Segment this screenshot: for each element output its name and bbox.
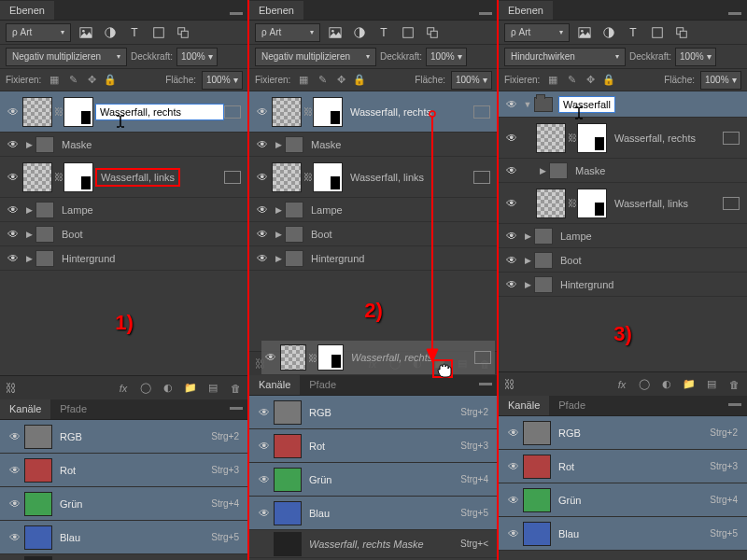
- panel-menu-icon[interactable]: [728, 12, 741, 15]
- visibility-icon[interactable]: 👁: [6, 531, 24, 544]
- mask-thumb[interactable]: [63, 97, 93, 127]
- channel-wasserfall-maske[interactable]: Wasserfall MaskeStrg+<: [0, 554, 248, 560]
- expand-icon[interactable]: ▶: [22, 230, 35, 239]
- filter-smart-icon[interactable]: [423, 23, 442, 42]
- layer-lampe[interactable]: 👁 ▶ Lampe: [0, 198, 248, 222]
- visibility-icon[interactable]: 👁: [255, 507, 274, 520]
- visibility-icon[interactable]: 👁: [502, 278, 521, 291]
- blend-mode-select[interactable]: Negativ multiplizieren▾: [255, 48, 376, 66]
- tab-paths[interactable]: Pfade: [50, 399, 96, 419]
- layer-name[interactable]: Hintergrund: [305, 253, 494, 264]
- expand-icon[interactable]: ▶: [272, 230, 285, 239]
- link-layers-icon[interactable]: ⛓: [504, 378, 515, 391]
- visibility-icon[interactable]: 👁: [255, 473, 274, 486]
- layer-name[interactable]: Maske: [305, 139, 494, 150]
- layer-boot[interactable]: 👁 ▶ Boot: [249, 222, 498, 246]
- layer-lampe[interactable]: 👁 ▶ Lampe: [499, 224, 747, 248]
- layer-name[interactable]: Wasserfall, rechts: [345, 106, 473, 118]
- dock-icon[interactable]: [723, 197, 740, 210]
- panel-menu-icon[interactable]: [230, 12, 243, 15]
- dock-icon[interactable]: [723, 132, 740, 145]
- filter-text-icon[interactable]: T: [624, 23, 642, 42]
- panel-menu-icon[interactable]: [230, 407, 243, 410]
- layer-thumb[interactable]: [536, 189, 566, 218]
- visibility-icon[interactable]: 👁: [502, 197, 521, 210]
- tab-layers[interactable]: Ebenen: [499, 1, 553, 20]
- tab-channels[interactable]: Kanäle: [249, 375, 300, 395]
- trash-icon[interactable]: 🗑: [228, 381, 243, 396]
- channel-gruen[interactable]: 👁GrünStrg+4: [249, 463, 498, 497]
- visibility-icon[interactable]: 👁: [253, 105, 272, 119]
- trash-icon[interactable]: 🗑: [726, 377, 741, 392]
- layer-boot[interactable]: 👁 ▶ Boot: [0, 222, 248, 246]
- visibility-icon[interactable]: 👁: [504, 494, 523, 507]
- opacity-value[interactable]: 100%▾: [675, 48, 716, 66]
- tab-channels[interactable]: Kanäle: [0, 399, 50, 419]
- filter-image-icon[interactable]: [575, 23, 594, 42]
- layer-maske[interactable]: 👁 ▶ Maske: [249, 133, 498, 157]
- visibility-icon[interactable]: 👁: [4, 228, 22, 241]
- dock-icon[interactable]: [224, 105, 241, 119]
- tab-channels[interactable]: Kanäle: [499, 396, 549, 415]
- channel-blau[interactable]: 👁BlauStrg+5: [0, 521, 248, 554]
- filter-type-select[interactable]: ρ Art▾: [255, 23, 320, 42]
- expand-icon[interactable]: ▶: [22, 254, 35, 263]
- layer-name[interactable]: Maske: [570, 165, 743, 176]
- layer-name[interactable]: Boot: [56, 229, 245, 240]
- layer-group-wasserfall[interactable]: 👁 ▼ Wasserfall: [499, 91, 747, 118]
- filter-image-icon[interactable]: [326, 23, 345, 42]
- layer-wasserfall-links[interactable]: 👁 ⛓ Wasserfall, links: [499, 183, 747, 224]
- visibility-icon[interactable]: 👁: [253, 171, 272, 184]
- channel-gruen[interactable]: 👁GrünStrg+4: [499, 483, 747, 517]
- layer-wasserfall-rechts[interactable]: 👁 ⛓ Wasserfall, rechts: [499, 118, 747, 159]
- filter-type-select[interactable]: ρ Art▾: [6, 23, 71, 42]
- layer-wasserfall-links[interactable]: 👁 ⛓ Wasserfall, links: [249, 157, 498, 198]
- mask-icon[interactable]: ◯: [138, 381, 153, 396]
- lock-paint-icon[interactable]: ✎: [564, 73, 579, 88]
- filter-shape-icon[interactable]: [399, 23, 417, 42]
- layer-name[interactable]: Maske: [56, 139, 245, 150]
- lock-all-icon[interactable]: 🔒: [352, 73, 367, 88]
- expand-icon[interactable]: ▶: [521, 231, 534, 241]
- fill-value[interactable]: 100%▾: [700, 71, 741, 90]
- layer-wasserfall-links[interactable]: 👁 ⛓ Wasserfall, links: [0, 157, 248, 198]
- expand-icon[interactable]: ▶: [536, 166, 549, 175]
- mask-thumb[interactable]: [577, 123, 607, 153]
- dock-icon[interactable]: [224, 171, 241, 184]
- channel-gruen[interactable]: 👁GrünStrg+4: [0, 487, 248, 521]
- layer-name[interactable]: Boot: [305, 229, 494, 240]
- new-group-icon[interactable]: 📁: [183, 381, 198, 396]
- layer-thumb[interactable]: [22, 97, 52, 127]
- blend-mode-select[interactable]: Negativ multiplizieren▾: [6, 48, 127, 66]
- visibility-icon[interactable]: 👁: [253, 203, 272, 217]
- filter-text-icon[interactable]: T: [374, 23, 393, 42]
- filter-adjust-icon[interactable]: [350, 23, 369, 42]
- expand-icon[interactable]: ▶: [521, 256, 534, 265]
- new-layer-icon[interactable]: ▤: [704, 377, 719, 392]
- lock-trans-icon[interactable]: ▦: [545, 73, 560, 88]
- tab-layers[interactable]: Ebenen: [0, 1, 54, 20]
- tab-layers[interactable]: Ebenen: [249, 1, 303, 20]
- layer-name[interactable]: Boot: [555, 255, 743, 266]
- adjust-icon[interactable]: ◐: [659, 377, 674, 392]
- opacity-value[interactable]: 100%▾: [176, 48, 218, 66]
- layer-thumb[interactable]: [22, 162, 52, 192]
- filter-text-icon[interactable]: T: [125, 23, 144, 42]
- expand-icon[interactable]: ▶: [22, 205, 35, 215]
- panel-menu-icon[interactable]: [479, 383, 492, 385]
- visibility-icon[interactable]: 👁: [502, 98, 521, 111]
- lock-all-icon[interactable]: 🔒: [103, 73, 118, 88]
- expand-icon[interactable]: ▶: [272, 205, 285, 215]
- channel-wasserfall-rechts-maske[interactable]: Wasserfall, rechts MaskeStrg+<: [249, 530, 498, 558]
- mask-thumb[interactable]: [313, 162, 343, 192]
- blend-mode-select[interactable]: Hindurchwirken▾: [504, 48, 626, 66]
- link-layers-icon[interactable]: ⛓: [6, 382, 17, 395]
- filter-adjust-icon[interactable]: [599, 23, 618, 42]
- dock-icon[interactable]: [473, 171, 490, 184]
- visibility-icon[interactable]: 👁: [6, 430, 24, 443]
- layer-name[interactable]: Hintergrund: [555, 279, 743, 290]
- visibility-icon[interactable]: 👁: [255, 406, 274, 419]
- layer-name[interactable]: Wasserfall, links: [609, 198, 723, 209]
- layer-name[interactable]: Wasserfall, rechts: [609, 133, 723, 144]
- filter-type-select[interactable]: ρ Art▾: [504, 23, 570, 42]
